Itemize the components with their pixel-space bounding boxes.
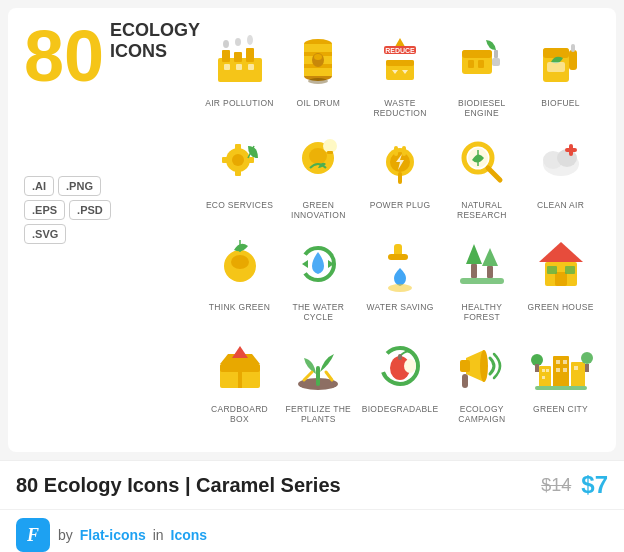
- author-name[interactable]: Flat-icons: [80, 527, 146, 543]
- svg-rect-69: [471, 264, 477, 278]
- biodegradable-icon: [366, 332, 434, 400]
- icon-label: BIODIESEL ENGINE: [446, 98, 517, 118]
- svg-rect-31: [571, 44, 575, 52]
- water-saving-icon: [366, 230, 434, 298]
- svg-line-51: [488, 168, 500, 180]
- svg-rect-101: [556, 368, 560, 372]
- svg-text:REDUCE: REDUCE: [385, 47, 415, 54]
- list-item: GREEN CITY: [521, 326, 600, 428]
- ai-badge: .AI: [24, 176, 54, 196]
- svg-rect-70: [487, 266, 493, 278]
- icon-label: WATER SAVING: [366, 302, 433, 312]
- svg-rect-30: [569, 50, 577, 70]
- svg-rect-98: [542, 376, 545, 379]
- bottom-bar: 80 Ecology Icons | Caramel Series $14 $7: [0, 460, 624, 509]
- list-item: CARDBOARD BOX: [200, 326, 279, 428]
- psd-badge: .PSD: [69, 200, 111, 220]
- old-price: $14: [541, 475, 571, 496]
- svg-rect-25: [478, 60, 484, 68]
- svg-rect-80: [238, 364, 242, 388]
- svg-rect-82: [316, 366, 320, 386]
- waste-reduction-icon: REDUCE: [366, 26, 434, 94]
- svg-rect-29: [543, 48, 569, 58]
- icons-grid-area: AIR POLLUTION: [200, 20, 600, 428]
- svg-point-91: [480, 350, 488, 382]
- svg-rect-97: [546, 369, 549, 372]
- file-badges: .AI .PNG .EPS .PSD .SVG: [24, 176, 111, 244]
- svg-point-88: [404, 359, 416, 373]
- svg-rect-57: [565, 148, 577, 152]
- svg-rect-65: [388, 254, 408, 260]
- oil-drum-icon: [284, 26, 352, 94]
- icon-label: GREEN INNOVATION: [283, 200, 354, 220]
- svg-rect-7: [224, 64, 230, 70]
- svg-rect-108: [535, 386, 587, 390]
- svg-rect-87: [398, 354, 402, 360]
- list-item: FERTILIZE THE PLANTS: [279, 326, 358, 428]
- svg-rect-23: [462, 50, 492, 58]
- svg-point-42: [323, 139, 337, 153]
- icon-label: CARDBOARD BOX: [204, 404, 275, 424]
- svg-rect-90: [460, 360, 470, 372]
- list-item: GREEN INNOVATION: [279, 122, 358, 224]
- svg-marker-63: [302, 260, 308, 268]
- svg-point-105: [581, 352, 593, 364]
- air-pollution-icon: [206, 26, 274, 94]
- list-item: NATURAL RESEARCH: [442, 122, 521, 224]
- ecology-text: ECOLOGY ICONS: [110, 20, 200, 66]
- icon-label: ECO SERVICES: [206, 200, 273, 210]
- list-item: ECOLOGY CAMPAIGN: [442, 326, 521, 428]
- icon-label: POWER PLUG: [370, 200, 431, 210]
- svg-rect-99: [556, 360, 560, 364]
- list-item: POWER PLUG: [358, 122, 443, 224]
- svg-rect-102: [563, 368, 567, 372]
- svg-rect-8: [236, 64, 242, 70]
- list-item: GREEN HOUSE: [521, 224, 600, 326]
- svg-point-6: [247, 35, 253, 45]
- svg-rect-107: [585, 364, 589, 372]
- badge-row-2: .EPS .PSD: [24, 200, 111, 220]
- svg-rect-95: [571, 362, 585, 388]
- icon-label: NATURAL RESEARCH: [446, 200, 517, 220]
- svg-rect-27: [494, 50, 498, 58]
- author-category[interactable]: Icons: [171, 527, 208, 543]
- svg-rect-43: [327, 151, 333, 154]
- svg-rect-2: [234, 52, 242, 62]
- svg-rect-3: [246, 48, 254, 62]
- list-item: CLEAN AIR: [521, 122, 600, 224]
- icon-label: GREEN HOUSE: [528, 302, 594, 312]
- eco-services-icon: [206, 128, 274, 196]
- svg-point-66: [388, 284, 412, 292]
- svg-rect-96: [542, 369, 545, 372]
- svg-rect-24: [468, 60, 474, 68]
- price-section: $14 $7: [541, 471, 608, 499]
- new-price: $7: [581, 471, 608, 499]
- svg-point-41: [309, 148, 327, 164]
- svg-rect-76: [565, 266, 575, 274]
- fertilize-plants-icon: [284, 332, 352, 400]
- icon-label: THE WATER CYCLE: [283, 302, 354, 322]
- svg-rect-21: [386, 60, 414, 66]
- main-card: 80 ECOLOGY ICONS: [8, 8, 616, 452]
- icon-label: FERTILIZE THE PLANTS: [283, 404, 354, 424]
- ecology-line1: ECOLOGY: [110, 20, 200, 41]
- list-item: REDUCE WASTE REDUCTION: [358, 20, 443, 122]
- flaticons-logo[interactable]: F: [16, 518, 50, 552]
- author-info: by Flat-icons in Icons: [58, 527, 207, 543]
- list-item: WATER SAVING: [358, 224, 443, 326]
- badge-row-3: .SVG: [24, 224, 111, 244]
- in-label: in: [153, 527, 164, 543]
- icon-label: BIODEGRADABLE: [362, 404, 439, 414]
- natural-research-icon: [448, 128, 516, 196]
- water-cycle-icon: [284, 230, 352, 298]
- list-item: BIODEGRADABLE: [358, 326, 443, 428]
- svg-point-15: [308, 78, 328, 84]
- svg-rect-37: [222, 157, 228, 163]
- big-number: 80: [24, 20, 104, 92]
- png-badge: .PNG: [58, 176, 101, 196]
- icon-label: GREEN CITY: [533, 404, 588, 414]
- list-item: THE WATER CYCLE: [279, 224, 358, 326]
- green-house-icon: [527, 230, 595, 298]
- product-title: 80 Ecology Icons | Caramel Series: [16, 474, 341, 497]
- list-item: THINK GREEN: [200, 224, 279, 326]
